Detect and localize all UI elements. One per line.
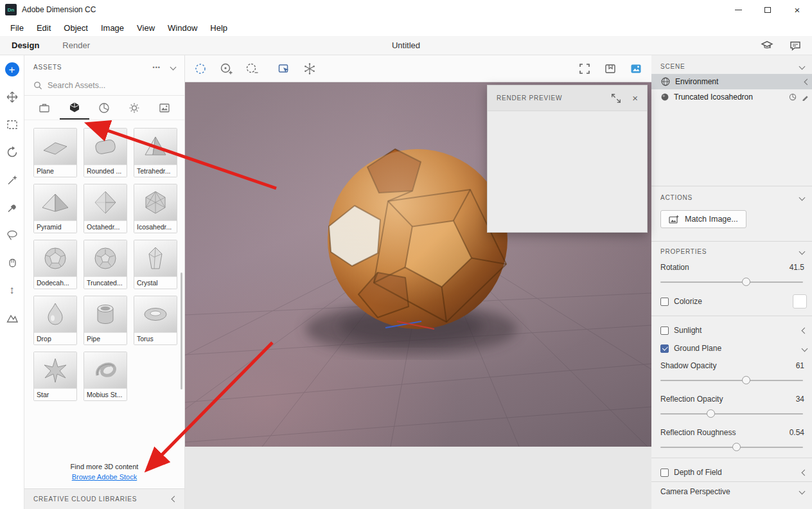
menu-edit[interactable]: Edit [30,23,57,33]
menu-image[interactable]: Image [94,23,130,33]
plane-shape-icon [40,134,71,159]
scene-section-header[interactable]: SCENE [651,55,812,74]
sunlight-expand-icon[interactable] [802,327,808,334]
reflection-opacity-value[interactable]: 34 [796,395,804,404]
asset-thumbnail [134,129,177,165]
lasso-tool[interactable] [4,228,20,243]
slider-thumb[interactable] [742,278,750,286]
scene-item-object[interactable]: Truncated Icosahedron [651,89,812,105]
image-background-icon[interactable] [630,62,642,75]
asset-item-truncated[interactable]: Truncated... [84,240,127,289]
select-object-icon[interactable] [278,62,290,75]
selection-add-icon[interactable] [220,62,233,75]
asset-item-tetrahedron[interactable]: Tetrahedr... [134,128,177,177]
eyedropper-tool[interactable] [4,200,20,215]
tools-sidebar: + ↕ [0,55,24,509]
move-tool[interactable] [4,89,20,105]
tab-render[interactable]: Render [51,36,102,55]
asset-item-pipe[interactable]: Pipe [84,296,127,345]
ground-plane-checkbox[interactable] [660,344,669,353]
asset-item-dodecahedron[interactable]: Dodecah... [33,240,77,289]
asset-item-octahedron[interactable]: Octahedr... [84,184,127,233]
asset-item-star[interactable]: Star [33,352,77,401]
menu-window[interactable]: Window [161,23,204,33]
category-materials[interactable] [89,96,119,120]
edit-pencil-icon[interactable] [802,93,809,101]
slider-thumb[interactable] [742,376,750,384]
rotation-value[interactable]: 41.5 [790,263,804,272]
browse-adobe-stock-link[interactable]: Browse Adobe Stock [72,473,137,481]
category-images[interactable] [149,96,179,120]
asset-item-drop[interactable]: Drop [33,296,77,345]
asset-label: Pyramid [34,220,76,233]
close-button[interactable]: × [782,0,812,19]
reflection-opacity-slider[interactable] [660,409,803,419]
expand-icon[interactable] [610,93,622,104]
chevron-down-icon[interactable] [170,64,177,71]
shadow-opacity-slider[interactable] [660,375,803,386]
selection-subtract-icon[interactable] [245,62,258,75]
maximize-button[interactable] [753,0,782,19]
camera-perspective-row[interactable]: Camera Perspective [651,481,812,501]
colorize-checkbox[interactable] [660,298,669,306]
render-preview-panel[interactable]: RENDER PREVIEW × [487,85,648,233]
category-lights[interactable] [119,96,150,120]
pan-hand-tool[interactable] [4,255,20,271]
material-ball-icon[interactable] [789,93,797,101]
learn-icon[interactable] [761,39,773,52]
category-starter-assets[interactable] [30,96,60,120]
canvas-toolbar [185,55,651,82]
slider-thumb[interactable] [732,443,741,451]
asset-item-pyramid[interactable]: Pyramid [33,184,77,233]
reflection-roughness-slider[interactable] [660,442,803,452]
slider-thumb[interactable] [707,409,715,418]
feedback-icon[interactable] [789,39,802,52]
depth-of-field-expand-icon[interactable] [802,469,808,476]
dolly-tool[interactable]: ↕ [4,283,20,298]
add-content-button[interactable]: + [4,62,20,77]
window-controls: × [723,0,812,19]
orbit-tool[interactable] [4,145,20,160]
close-preview-icon[interactable]: × [632,93,638,103]
shadow-opacity-value[interactable]: 61 [796,361,804,370]
mesh-axes-icon[interactable] [303,62,316,75]
menu-view[interactable]: View [130,23,161,33]
reflection-roughness-value[interactable]: 0.54 [790,428,804,437]
mode-tab-bar: Design Render Untitled [0,36,812,55]
menu-object[interactable]: Object [57,23,94,33]
properties-section-header[interactable]: PROPERTIES [651,247,812,259]
ground-plane-expand-icon[interactable] [802,345,808,352]
asset-item-torus[interactable]: Torus [134,296,177,345]
asset-item-icosahedron[interactable]: Icosahedr... [134,184,177,233]
scene-item-environment[interactable]: Environment [651,74,812,89]
asset-item-crystal[interactable]: Crystal [134,240,177,289]
colorize-swatch[interactable] [793,294,807,308]
menu-help[interactable]: Help [204,23,234,33]
asset-item-mobius[interactable]: Mobius St... [84,352,127,401]
selection-dotted-circle-icon[interactable] [194,62,207,75]
actions-section-header[interactable]: ACTIONS [651,192,812,205]
assets-scrollbar[interactable] [181,272,182,389]
category-models[interactable] [60,96,90,120]
tab-design[interactable]: Design [0,36,51,55]
camera-bookmark-icon[interactable] [604,62,617,75]
assets-panel: ASSETS ••• [24,55,185,509]
rotation-slider[interactable] [660,277,803,287]
search-assets-input[interactable] [48,81,163,90]
fullscreen-icon[interactable] [578,62,591,75]
depth-of-field-checkbox[interactable] [660,469,669,477]
sunlight-checkbox[interactable] [660,326,669,335]
magic-wand-tool[interactable] [4,172,20,188]
minimize-button[interactable] [723,0,753,19]
panel-more-icon[interactable]: ••• [153,64,161,71]
panel-collapse-icon[interactable] [804,78,811,85]
render-preview-header[interactable]: RENDER PREVIEW × [488,85,647,111]
marquee-select-tool[interactable] [4,117,20,132]
menu-file[interactable]: File [4,23,30,33]
asset-item-rounded[interactable]: Rounded ... [84,128,127,177]
horizon-tool[interactable] [4,310,20,326]
match-image-button[interactable]: Match Image... [660,210,746,228]
asset-item-plane[interactable]: Plane [33,128,77,177]
creative-cloud-libraries-bar[interactable]: CREATIVE CLOUD LIBRARIES [24,488,184,509]
divider [651,186,812,186]
